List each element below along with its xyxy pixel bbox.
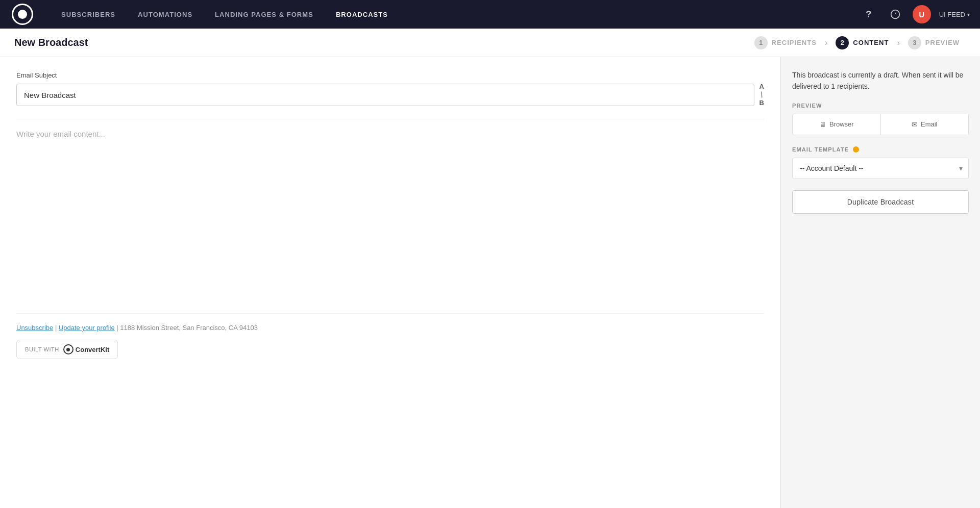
ab-label-b: B (760, 99, 764, 107)
nav-right: ? U UI FEED ▾ (860, 5, 970, 23)
template-select[interactable]: -- Account Default -- (792, 158, 969, 179)
email-body-area[interactable]: Write your email content... (16, 119, 764, 293)
email-body-placeholder: Write your email content... (16, 130, 105, 138)
sidebar-panel: This broadcast is currently a draft. Whe… (781, 57, 980, 508)
ab-slash: / (760, 90, 764, 99)
help-button[interactable]: ? (860, 5, 878, 23)
template-dot-indicator (853, 146, 859, 153)
subject-row: A / B (16, 83, 764, 107)
step-arrow-1: › (823, 38, 829, 47)
nav-automations[interactable]: AUTOMATIONS (127, 0, 204, 29)
browser-icon: 🖥 (819, 120, 826, 129)
email-footer: Unsubscribe | Update your profile | 1188… (16, 313, 764, 359)
preview-section-label: PREVIEW (792, 103, 969, 109)
notifications-button[interactable] (886, 5, 904, 23)
step-content[interactable]: 2 CONTENT (829, 36, 895, 49)
step-preview[interactable]: 3 PREVIEW (902, 36, 966, 49)
ab-test-toggle[interactable]: A / B (760, 83, 764, 107)
template-select-wrapper: -- Account Default -- ▾ (792, 158, 969, 179)
step-1-num: 1 (754, 36, 768, 49)
email-icon: ✉ (912, 120, 918, 129)
sidebar-info: This broadcast is currently a draft. Whe… (792, 69, 969, 92)
ck-logo: ConvertKit (63, 344, 109, 354)
step-3-label: PREVIEW (925, 39, 960, 46)
unsubscribe-link[interactable]: Unsubscribe (16, 324, 53, 332)
page-header: New Broadcast 1 RECIPIENTS › 2 CONTENT ›… (0, 29, 980, 57)
step-recipients[interactable]: 1 RECIPIENTS (748, 36, 823, 49)
footer-links: Unsubscribe | Update your profile | 1188… (16, 324, 764, 332)
main-layout: Email Subject A / B Write your email con… (0, 57, 980, 508)
ck-brand-name: ConvertKit (76, 346, 109, 353)
logo[interactable] (10, 2, 35, 27)
browser-tab-label: Browser (829, 120, 854, 128)
page-title: New Broadcast (14, 37, 88, 48)
email-subject-input[interactable] (16, 84, 754, 106)
ab-label-a: A (760, 83, 764, 90)
user-avatar[interactable]: U (913, 5, 931, 23)
template-label: EMAIL TEMPLATE (792, 146, 969, 153)
step-2-num: 2 (836, 36, 849, 49)
footer-sep1: | (55, 324, 59, 332)
step-2-label: CONTENT (853, 39, 889, 46)
step-3-num: 3 (908, 36, 921, 49)
duplicate-broadcast-button[interactable]: Duplicate Broadcast (792, 190, 969, 214)
subject-label: Email Subject (16, 71, 764, 79)
step-arrow-2: › (895, 38, 901, 47)
user-menu[interactable]: UI FEED ▾ (939, 11, 970, 18)
content-panel: Email Subject A / B Write your email con… (0, 57, 781, 508)
preview-tab-browser[interactable]: 🖥 Browser (793, 114, 881, 135)
breadcrumb: 1 RECIPIENTS › 2 CONTENT › 3 PREVIEW (748, 36, 966, 49)
step-1-label: RECIPIENTS (772, 39, 817, 46)
update-profile-link[interactable]: Update your profile (59, 324, 115, 332)
nav-subscribers[interactable]: SUBSCRIBERS (50, 0, 127, 29)
email-tab-label: Email (921, 120, 938, 128)
topnav: SUBSCRIBERS AUTOMATIONS LANDING PAGES & … (0, 0, 980, 29)
preview-tabs: 🖥 Browser ✉ Email (792, 114, 969, 135)
footer-address: | 1188 Mission Street, San Francisco, CA… (116, 324, 258, 332)
built-with-badge[interactable]: BUILT WITH ConvertKit (16, 340, 118, 359)
nav-landing-pages[interactable]: LANDING PAGES & FORMS (204, 0, 325, 29)
nav-links: SUBSCRIBERS AUTOMATIONS LANDING PAGES & … (50, 0, 860, 29)
built-with-text: BUILT WITH (25, 346, 59, 352)
nav-broadcasts[interactable]: BROADCASTS (325, 0, 399, 29)
user-menu-chevron: ▾ (967, 12, 970, 17)
preview-tab-email[interactable]: ✉ Email (881, 114, 969, 135)
